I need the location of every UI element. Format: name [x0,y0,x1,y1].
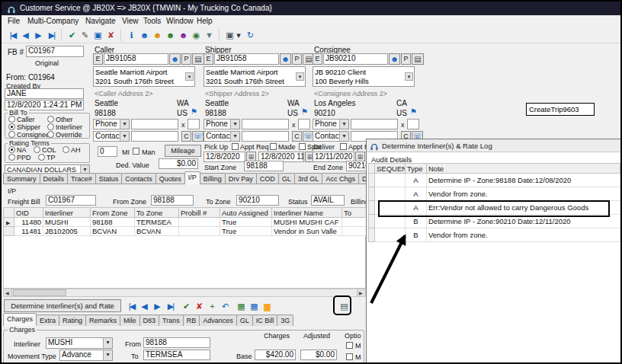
consignee-country[interactable]: US [396,109,407,118]
base-adjusted-input[interactable]: $0.00 [300,350,337,360]
create-trip-window-fragment[interactable]: CreateTrip9603 [526,103,595,116]
tab-billing[interactable]: Billing [200,173,226,184]
col-interliner-name[interactable]: Interliner Name [272,208,342,218]
copy-icon[interactable]: ▣ [91,28,104,42]
caller-name-combo[interactable]: Seattle Marriott Airport 3201 South 176t… [93,66,195,87]
undo-icon[interactable]: ↶ [219,299,232,313]
first-record-icon[interactable]: |◀ [6,28,19,42]
carriers-icon[interactable]: ☻ [164,28,177,42]
tab-rb[interactable]: RB [183,315,200,326]
shipper-country[interactable]: US [287,109,298,118]
cell-note[interactable]: Vendor from zone. [427,228,620,242]
bill-to-consignee-radio[interactable] [8,131,15,138]
customers-icon[interactable]: ☻ [138,28,151,42]
consignee-phone-input[interactable] [351,119,398,129]
cell-interliner[interactable]: MUSHI [43,218,91,227]
grid-last-icon[interactable]: ▶| [164,299,177,313]
caller-city[interactable]: Seattle [95,99,118,108]
shipper-code-input[interactable]: JB91058 [214,53,279,65]
shipper-phone-select[interactable]: Phone [204,119,240,129]
cell-sequence[interactable] [375,187,406,201]
cell-probill[interactable] [179,218,220,227]
mileage-input[interactable]: 0 [98,146,117,157]
created-by-input[interactable]: JANE [5,88,84,99]
menu-window[interactable]: Window [166,17,194,26]
tab-gl2[interactable]: GL [236,315,253,326]
start-zone-input[interactable]: 98188 [244,161,284,171]
caller-p-button[interactable]: P [181,53,191,65]
cell-probill[interactable] [179,227,220,236]
info-icon[interactable]: ℹ [125,28,138,42]
cell-from-zone[interactable]: BCVAN [91,227,135,236]
col-sequence[interactable]: SEQUENCE [375,164,406,174]
tab-mile[interactable]: Mile [120,315,140,326]
cell-to-zone[interactable]: BCVAN [135,227,179,236]
charges-interliner-select[interactable]: MUSHI [46,337,113,349]
caller-name-dropdown-icon[interactable] [185,72,194,81]
tab-remarks[interactable]: Remarks [85,315,120,326]
col-note[interactable]: Note [427,164,620,174]
menu-navigate[interactable]: Navigate [85,17,115,26]
table-row[interactable]: 11480 MUSHI 98188 TERMSEA True MUSHI MUS… [4,218,367,227]
consignee-code-input[interactable]: JB90210 [323,53,388,65]
ded-value-input[interactable]: $0.00 [159,158,198,169]
col-interliner[interactable]: Interliner [43,208,91,218]
tab-ip[interactable]: I/P [184,171,200,184]
log-row[interactable]: A Determine IP - Zone:98188 Date:12/08/2… [369,174,620,187]
log-row[interactable]: A Vendor from zone. [369,187,620,201]
movement-type-select[interactable]: Advance [59,350,113,361]
pickup-date-input[interactable]: 12/8/2020 [204,152,245,162]
cell-interliner-name[interactable]: Vendor in Sun Valle [272,227,342,236]
consignee-contact-select[interactable]: Contact [313,131,349,142]
shipper-name-combo[interactable]: Seattle Marriott Airport 3201 South 176t… [204,66,306,87]
shipper-c-button[interactable]: C [292,131,302,142]
tab-3g[interactable]: 3G [277,315,293,326]
consignee-ext-input[interactable] [407,119,419,129]
tab-extra[interactable]: Extra [36,315,59,326]
last-record-icon[interactable]: ▶| [45,28,58,42]
caller-phone-icon[interactable]: ☏ [192,131,204,142]
col-auto-assigned[interactable]: Auto Assigned [220,208,272,218]
made-checkbox[interactable] [270,143,277,150]
caller-code-input[interactable]: JB91058 [104,53,168,65]
col-probill[interactable]: Probill # [179,208,220,218]
caller-map-icon[interactable]: ⚑ [191,107,197,117]
col-to-zone[interactable]: To Zone [135,208,179,218]
option1-checkbox[interactable] [346,342,353,349]
consignee-city[interactable]: Los Angeles [314,99,356,108]
bill-to-caller-radio[interactable] [8,116,15,123]
mileage-button[interactable]: Mileage [165,145,201,157]
shipper-person-icon[interactable]: ☻ [280,53,291,65]
consignee-state[interactable]: CA [396,99,407,108]
table-row[interactable]: 11481 JB102005 BCVAN BCVAN True Vendor i… [4,227,367,236]
appt-req-checkbox[interactable] [232,143,239,150]
tab-ic-bill[interactable]: IC Bill [252,315,278,326]
rating-na-radio[interactable] [8,146,15,153]
consignee-zip[interactable]: 90210 [314,109,335,118]
rating-ah-radio[interactable] [63,146,69,153]
tab-trace[interactable]: Trace# [67,173,96,184]
consignee-p-button[interactable]: P [401,53,411,65]
caller-phone-select[interactable]: Phone [93,119,130,129]
grid-next-icon[interactable]: ▶ [151,299,164,313]
filter-icon[interactable]: ▼ [203,28,216,42]
menu-view[interactable]: View [122,17,139,26]
fb-number-input[interactable]: C01967 [26,46,84,57]
tab-trans[interactable]: Trans [159,315,184,326]
freight-bill-input[interactable]: C01967 [46,195,96,206]
cell-auto-assigned[interactable]: True [220,218,272,227]
cell-oid[interactable]: 11481 [14,227,43,236]
tab-summary[interactable]: Summary [3,173,40,184]
rating-col-radio[interactable] [34,146,40,153]
chart-icon[interactable]: ▆ [261,299,274,313]
menu-help[interactable]: Help [197,17,213,26]
scroll-thumb[interactable] [13,289,66,296]
grid-first-icon[interactable]: |◀ [125,299,138,313]
tab-d83[interactable]: D83 [139,315,160,326]
shipper-name-dropdown-icon[interactable] [296,72,304,81]
bill-to-shipper-radio[interactable] [8,123,15,130]
bill-to-override-radio[interactable] [47,131,54,138]
caller-ext-input[interactable] [188,119,200,129]
consignee-name-dropdown-icon[interactable] [405,72,413,81]
tab-status[interactable]: Status [95,173,123,184]
